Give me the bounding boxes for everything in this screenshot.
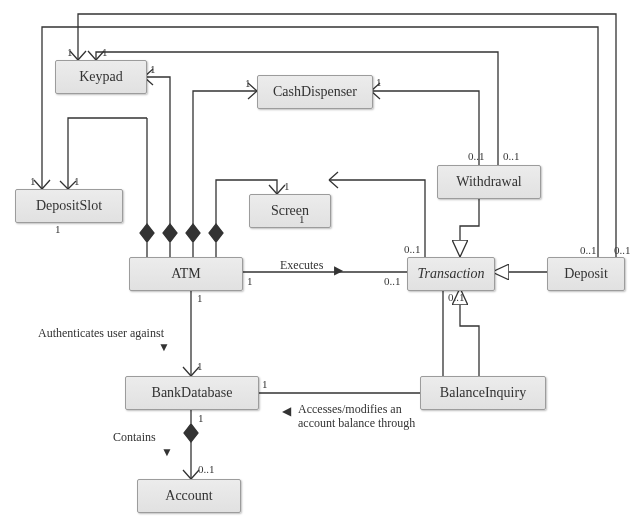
class-deposit: Deposit (547, 257, 625, 291)
arrow-contains: ▼ (161, 445, 173, 460)
label-accesses-l2: account balance through (298, 416, 415, 431)
class-screen: Screen (249, 194, 331, 228)
label-authenticates: Authenticates user against (38, 326, 164, 341)
mul-ds-bottom: 1 (55, 223, 61, 235)
class-transaction: Transaction (407, 257, 495, 291)
mul-trans-scr-trans: 0..1 (404, 243, 421, 255)
mul-atm-scr: 1 (284, 180, 290, 192)
arrow-executes: ▶ (334, 263, 343, 278)
mul-dep-kp-kp: 1 (67, 46, 73, 58)
class-account: Account (137, 479, 241, 513)
mul-atm-ds: 1 (74, 175, 80, 187)
mul-bd-acc-bd: 1 (198, 412, 204, 424)
mul-atm-transaction-trans: 0..1 (384, 275, 401, 287)
mul-with-kp-kp: 1 (102, 46, 108, 58)
class-balanceinquiry: BalanceInquiry (420, 376, 546, 410)
arrow-authenticates: ▼ (158, 340, 170, 355)
mul-trans-scr-scr: 1 (299, 213, 305, 225)
mul-with-kp-with: 0..1 (503, 150, 520, 162)
mul-bd-acc-acc: 0..1 (198, 463, 215, 475)
arrow-accesses: ◀ (282, 404, 291, 419)
class-depositslot: DepositSlot (15, 189, 123, 223)
label-contains: Contains (113, 430, 156, 445)
mul-atm-bd-atm: 1 (197, 292, 203, 304)
label-accesses-l1: Accesses/modifies an (298, 402, 402, 417)
class-keypad: Keypad (55, 60, 147, 94)
mul-atm-kp: 1 (150, 63, 156, 75)
class-bankdatabase: BankDatabase (125, 376, 259, 410)
mul-dep-ds-ds: 1 (30, 175, 36, 187)
mul-with-cd-cd: 1 (376, 76, 382, 88)
mul-dep-kp-dep: 0..1 (614, 244, 631, 256)
mul-atm-cd: 1 (245, 77, 251, 89)
class-atm: ATM (129, 257, 243, 291)
mul-atm-transaction-atm: 1 (247, 275, 253, 287)
mul-trans-bd-bd: 1 (262, 378, 268, 390)
mul-atm-bd-bd: 1 (197, 360, 203, 372)
class-withdrawal: Withdrawal (437, 165, 541, 199)
mul-with-cd-with: 0..1 (468, 150, 485, 162)
mul-trans-bd-trans: 0..1 (448, 291, 465, 303)
label-executes: Executes (280, 258, 323, 273)
class-cashdispenser: CashDispenser (257, 75, 373, 109)
mul-dep-ds-dep: 0..1 (580, 244, 597, 256)
